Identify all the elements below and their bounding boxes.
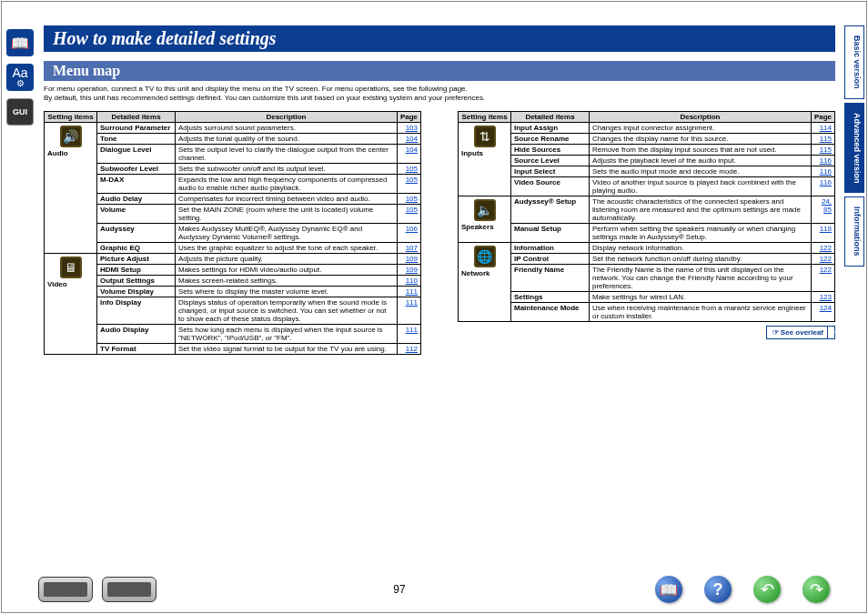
th-page: Page — [397, 111, 420, 122]
detail-cell: Input Select — [511, 166, 590, 176]
page-link[interactable]: 109 — [400, 266, 418, 274]
page-link[interactable]: 124 — [814, 304, 832, 312]
page-cell: 104 — [397, 144, 420, 163]
page-cell: 103 — [397, 122, 420, 133]
settings-table-left: Setting items Detailed items Description… — [44, 111, 421, 355]
table-row: Graphic EQUses the graphic equalizer to … — [45, 242, 421, 253]
page-cell: 112 — [397, 343, 420, 354]
page-number: 97 — [393, 583, 405, 596]
th-page: Page — [811, 111, 834, 122]
undo-icon: ↶ — [761, 579, 774, 599]
page-link[interactable]: 111 — [400, 287, 418, 296]
desc-cell: Sets how long each menu is displayed whe… — [176, 324, 398, 343]
category-label: Speakers — [461, 223, 508, 231]
page-link[interactable]: 106 — [400, 225, 418, 233]
page-link[interactable]: 112 — [400, 345, 418, 353]
book-icon[interactable]: 📖 — [6, 29, 34, 56]
aa-icon[interactable]: Aa⚙ — [6, 64, 34, 91]
page-link[interactable]: 105 — [400, 165, 418, 173]
page-cell: 116 — [811, 155, 834, 166]
page-link[interactable]: 109 — [400, 255, 418, 263]
thumb-rear[interactable] — [102, 577, 156, 602]
detail-cell: HDMI Setup — [97, 264, 176, 275]
tab-informations[interactable]: Informations — [844, 196, 864, 267]
page-cell: 116 — [811, 166, 834, 176]
category-cell-audio: 🔊Audio — [45, 122, 97, 253]
page-cell: 111 — [397, 297, 420, 324]
detail-cell: Volume — [97, 204, 176, 223]
open-book-icon: 📖 — [660, 581, 678, 599]
page-link[interactable]: 116 — [814, 167, 832, 176]
page-link[interactable]: 116 — [814, 178, 832, 186]
table-row: HDMI SetupMakes settings for HDMI video/… — [45, 264, 421, 275]
desc-cell: Compensates for incorrect timing between… — [176, 193, 398, 204]
help-button[interactable]: ? — [704, 576, 732, 603]
page-link[interactable]: 103 — [400, 124, 418, 132]
detail-cell: Input Assign — [511, 122, 590, 133]
category-label: Network — [461, 269, 508, 277]
category-cell-video: 🖥Video — [45, 253, 97, 354]
audio-icon: 🔊 — [60, 126, 82, 147]
desc-cell: The acoustic characteristics of the conn… — [590, 196, 812, 223]
page-link[interactable]: 111 — [400, 298, 418, 307]
desc-cell: Adjusts surround sound parameters. — [176, 122, 398, 133]
see-overleaf-link[interactable]: See overleaf — [766, 326, 835, 339]
page-cell: 109 — [397, 264, 420, 275]
page-link[interactable]: 105 — [400, 195, 418, 203]
category-label: Video — [47, 280, 94, 288]
table-row: AudysseyMakes Audyssey MultEQ®, Audyssey… — [45, 223, 421, 242]
table-row: Info DisplayDisplays status of operation… — [45, 297, 421, 324]
prev-button[interactable]: ↶ — [753, 576, 781, 603]
page-link[interactable]: 122 — [814, 266, 832, 274]
table-row: 🌐NetworkInformationDisplay network infor… — [459, 242, 835, 253]
book-button[interactable]: 📖 — [655, 576, 682, 603]
page-link[interactable]: 115 — [814, 146, 832, 154]
page-cell: 116 — [811, 176, 834, 196]
detail-cell: Dialogue Level — [97, 144, 176, 163]
page-link[interactable]: 110 — [400, 277, 418, 285]
page-link[interactable]: 24, 85 — [814, 197, 832, 214]
detail-cell: Output Settings — [97, 275, 176, 286]
page-cell: 105 — [397, 163, 420, 174]
page-cell: 110 — [397, 275, 420, 286]
page-link[interactable]: 123 — [814, 293, 832, 301]
desc-cell: Set the MAIN ZONE (room where the unit i… — [176, 204, 398, 223]
page-link[interactable]: 116 — [814, 156, 832, 165]
desc-cell: Uses the graphic equalizer to adjust the… — [176, 242, 398, 253]
page-cell: 122 — [811, 253, 834, 264]
detail-cell: Source Rename — [511, 133, 590, 144]
page-link[interactable]: 118 — [814, 225, 832, 233]
page-cell: 114 — [811, 122, 834, 133]
table-row: SettingsMake settings for wired LAN.123 — [459, 291, 835, 302]
speakers-icon: 🔈 — [474, 199, 496, 221]
detail-cell: Subwoofer Level — [97, 163, 176, 174]
tab-basic[interactable]: Basic version — [844, 25, 864, 99]
th-setting: Setting items — [459, 111, 511, 122]
gui-icon[interactable]: GUI — [6, 98, 34, 126]
page-cell: 111 — [397, 286, 420, 297]
detail-cell: Tone — [97, 133, 176, 144]
page-link[interactable]: 114 — [814, 124, 832, 132]
detail-cell: Surround Parameter — [97, 122, 176, 133]
page-link[interactable]: 111 — [400, 326, 418, 334]
thumb-front[interactable] — [38, 577, 93, 602]
page-link[interactable]: 104 — [400, 135, 418, 143]
table-row: Video SourceVideo of another input sourc… — [459, 176, 835, 196]
page-link[interactable]: 105 — [400, 206, 418, 214]
page-link[interactable]: 104 — [400, 146, 418, 154]
next-button[interactable]: ↷ — [802, 576, 830, 603]
tab-advanced[interactable]: Advanced version — [844, 103, 864, 194]
page-cell: 123 — [811, 291, 834, 302]
page-cell: 107 — [397, 242, 420, 253]
detail-cell: TV Format — [97, 343, 176, 354]
page-link[interactable]: 122 — [814, 255, 832, 263]
detail-cell: Video Source — [511, 176, 590, 196]
page-link[interactable]: 122 — [814, 244, 832, 252]
detail-cell: Info Display — [97, 297, 176, 324]
table-row: 🔈SpeakersAudyssey® SetupThe acoustic cha… — [459, 196, 835, 223]
detail-cell: Source Level — [511, 155, 590, 166]
page-link[interactable]: 105 — [400, 176, 418, 184]
page-link[interactable]: 115 — [814, 135, 832, 143]
page-link[interactable]: 107 — [400, 244, 418, 252]
desc-cell: Video of another input source is played … — [590, 176, 812, 196]
